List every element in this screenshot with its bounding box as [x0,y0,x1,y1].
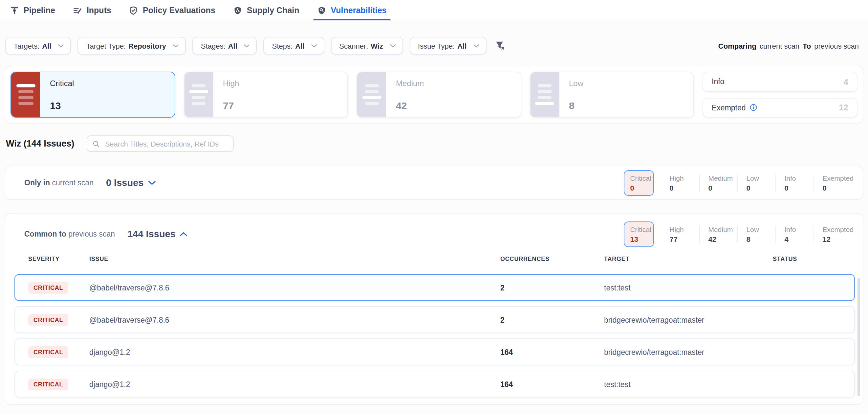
vertical-scrollbar[interactable] [858,278,860,396]
section-title-rest: current scan [52,179,94,187]
filter-stages[interactable]: Stages:All [192,37,257,55]
section-title: Common to previous scan [14,230,115,238]
filter-label: Steps: [272,42,292,50]
severity-card-medium[interactable]: Medium 42 [356,71,521,118]
severity-level-icon [184,72,213,117]
tab-label: Supply Chain [247,6,300,15]
strip-cell-high[interactable]: High0 [661,174,699,191]
filter-value: All [42,42,51,50]
shield-search-icon [317,6,326,15]
filter-value: All [228,42,237,50]
severity-badge: CRITICAL [28,282,68,293]
strip-cell-medium[interactable]: Medium0 [699,174,737,191]
info-circle-icon [750,104,757,111]
tab-label: Pipeline [24,6,55,15]
comparing-keyword: Comparing [718,42,756,50]
comparing-current-scan: current scan [760,42,799,50]
strip-cell-critical[interactable]: Critical13 [623,221,654,247]
severity-card-label: Critical [50,79,74,88]
strip-cell-medium[interactable]: Medium42 [699,225,737,243]
search-icon [93,140,100,148]
section-title: Only in current scan [14,179,94,187]
clear-filters-button[interactable] [495,41,505,51]
strip-cell-high[interactable]: High77 [661,225,699,243]
target-cell: bridgecrewio/terragoat:master [604,316,705,324]
tab-label: Inputs [87,6,111,15]
occurrences-cell: 2 [500,316,504,324]
chevron-down-icon [311,44,317,48]
severity-card-count: 42 [396,100,424,111]
severity-card-count: 13 [50,100,74,111]
strip-cell-info[interactable]: Info4 [775,225,813,243]
table-row[interactable]: CRITICAL django@1.2 164 bridgecrewio/ter… [14,338,855,365]
severity-card-high[interactable]: High 77 [184,71,348,118]
strip-cell-low[interactable]: Low8 [737,225,775,243]
filter-scanner[interactable]: Scanner:Wiz [331,37,403,55]
severity-card-critical[interactable]: Critical 13 [10,71,175,118]
filter-value: All [295,42,304,50]
shield-network-icon [233,6,242,15]
common-issues-toggle[interactable]: 144 Issues [127,229,187,239]
only-issues-toggle[interactable]: 0 Issues [106,177,156,188]
search-box [87,136,234,152]
chevron-up-icon [180,232,187,236]
strip-cell-low[interactable]: Low0 [737,174,775,191]
severity-level-icon [357,72,386,117]
common-to-previous-scan-section: Common to previous scan 144 Issues Criti… [5,213,863,405]
tab-vulnerabilities[interactable]: Vulnerabilities [317,0,387,20]
only-in-current-scan-section: Only in current scan 0 Issues Critical0 … [5,166,863,200]
tab-label: Policy Evaluations [143,6,215,15]
severity-card-label: Low [569,79,583,88]
table-row[interactable]: CRITICAL django@1.2 164 test:test [14,371,855,397]
target-cell: bridgecrewio/terragoat:master [604,348,705,356]
table-row[interactable]: CRITICAL @babel/traverse@7.8.6 2 bridgec… [14,306,855,333]
screenshot-stage: Pipeline Inputs Policy Evaluations Suppl… [0,0,868,414]
column-header-occurrences: OCCURRENCES [500,256,550,262]
filter-issue-type[interactable]: Issue Type:All [409,37,486,55]
filter-label: Stages: [201,42,225,50]
strip-cell-critical[interactable]: Critical0 [623,170,654,196]
section-title-bold: Common to [24,230,66,238]
occurrences-cell: 164 [500,380,513,388]
filter-targets[interactable]: Targets:All [5,37,71,55]
exempted-card[interactable]: Exempted 12 [703,97,858,118]
tab-inputs[interactable]: Inputs [73,0,111,20]
info-card-label: Info [712,78,724,86]
filter-value: Wiz [371,42,383,50]
filter-steps[interactable]: Steps:All [264,37,324,55]
table-row[interactable]: CRITICAL @babel/traverse@7.8.6 2 test:te… [14,274,855,301]
exempted-card-count: 12 [839,103,848,113]
info-card[interactable]: Info 4 [703,71,858,92]
strip-cell-info[interactable]: Info0 [775,174,813,191]
filter-label: Targets: [14,42,39,50]
severity-level-icon [11,72,40,117]
tab-pipeline[interactable]: Pipeline [10,0,55,20]
inputs-icon [73,6,82,15]
strip-cell-exempted[interactable]: Exempted0 [813,174,854,191]
column-header-status: STATUS [773,256,797,262]
search-input[interactable] [104,139,228,148]
severity-level-icon [530,72,559,117]
chevron-down-icon [58,44,64,48]
comparing-label: Comparing current scan To previous scan [718,42,859,50]
tab-supply-chain[interactable]: Supply Chain [233,0,300,20]
filter-label: Issue Type: [418,42,455,50]
severity-card-low[interactable]: Low 8 [530,71,694,118]
column-header-issue: ISSUE [89,256,108,262]
filter-target-type[interactable]: Target Type:Repository [78,37,186,55]
severity-card-count: 77 [223,100,239,111]
info-card-count: 4 [844,77,848,87]
issues-table: CRITICAL @babel/traverse@7.8.6 2 test:te… [14,274,855,397]
chevron-down-icon [173,44,179,48]
top-tab-bar: Pipeline Inputs Policy Evaluations Suppl… [0,0,868,20]
comparing-previous-scan: previous scan [814,42,859,50]
target-cell: test:test [604,284,631,291]
filter-clear-icon [495,41,505,51]
occurrences-cell: 2 [500,284,504,291]
info-exempted-column: Info 4 Exempted 12 [703,71,858,118]
issue-cell: django@1.2 [89,348,130,356]
filter-bar: Targets:All Target Type:Repository Stage… [0,20,868,55]
strip-cell-exempted[interactable]: Exempted12 [813,225,854,243]
tab-policy-evaluations[interactable]: Policy Evaluations [129,0,215,20]
filter-label: Scanner: [339,42,368,50]
